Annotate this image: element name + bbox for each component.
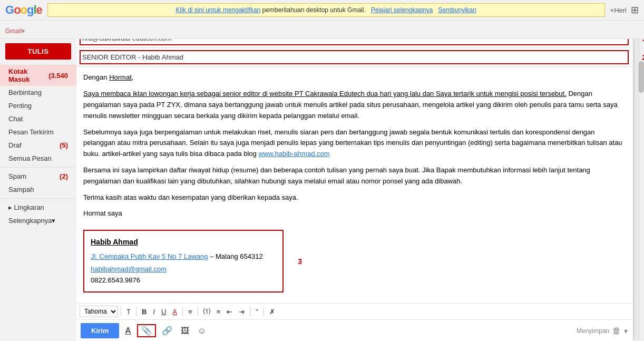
sidebar-item-trash-label: Sampah [8,186,34,193]
insert-link-button[interactable]: 🔗 [159,325,175,337]
subject-field-box [80,50,629,64]
font-size-button[interactable]: T [124,307,133,317]
signature-email: habibahmad@gmail.com [91,264,276,275]
para4: Terima kasih atas waktu dan kesempatan y… [83,192,625,203]
font-color-button[interactable]: A [170,307,180,317]
remove-format-button[interactable]: ✗ [267,307,278,317]
sidebar-item-chat-label: Chat [8,115,23,123]
sidebar-divider-2 [0,198,76,199]
email-link[interactable]: habibahmad@gmail.com [91,265,167,273]
format-text-button[interactable]: A [122,325,134,337]
compose-actions: Kirim A 📎 4 🔗 🖼 ☺ Menyimpan 🗑 ▾ [76,319,633,341]
sidebar-item-more[interactable]: Selengkapnya▾ [0,214,76,227]
indent-less-button[interactable]: ⇤ [224,307,235,317]
toolbar-sep-4 [198,307,198,316]
font-family-select[interactable]: Tahoma [80,306,118,317]
sidebar-item-starred[interactable]: Berbintang [0,86,76,99]
para1: Saya membaca iklan lowongan kerja sebaga… [83,89,625,121]
sidebar-item-sent[interactable]: Pesan Terkirim [0,125,76,139]
sidebar-item-sent-label: Pesan Terkirim [8,128,54,136]
number-label-2: 2 [642,53,644,62]
compose-email-body[interactable]: Dengan Hormat, Saya membaca iklan lowong… [76,67,633,303]
google-logo: Google [5,3,42,17]
sidebar-item-starred-label: Berbintang [8,89,42,96]
bold-button[interactable]: B [139,307,149,317]
hide-link[interactable]: Sembunyikan [438,6,476,14]
underline-button[interactable]: U [159,307,169,317]
saving-status: Menyimpan 🗑 ▾ [577,326,628,336]
align-button[interactable]: ≡ [186,307,195,317]
signature-phone: 0822.6543.9876 [91,275,276,286]
indent-more-button[interactable]: ⇥ [236,307,247,317]
gmail-header: Gmail▾ [0,21,644,39]
blog-link[interactable]: www.habib-ahmad.com [258,150,329,158]
apps-icon[interactable]: ⊞ [631,4,639,16]
sidebar-item-inbox-count: (3.540 [48,72,68,80]
notification-cta-link[interactable]: Klik di sini untuk mengaktifkan [176,6,261,14]
subject-field-row: 2 [76,48,633,67]
sidebar-item-spam-label: Spam [8,172,26,180]
signature-name: Habib Ahmad [91,236,276,248]
notification-text: pemberitahuan desktop untuk Gmail. [262,6,366,14]
learn-more-link[interactable]: Pelajari selengkapnya [371,6,433,14]
top-bar: Google Klik di sini untuk mengaktifkan p… [0,0,644,21]
send-button[interactable]: Kirim [81,323,119,338]
to-field-box [80,39,629,45]
more-options-icon[interactable]: ▾ [624,327,628,335]
blockquote-button[interactable]: " [253,307,261,317]
sidebar-item-inbox-label: Kotak Masuk [8,67,48,83]
sidebar-item-all-label: Semua Pesan [8,154,52,162]
to-input[interactable] [81,39,627,44]
main-layout: TULIS Kotak Masuk (3.540 Berbintang Pent… [0,39,644,341]
sidebar-item-all[interactable]: Semua Pesan [0,152,76,165]
saving-label: Menyimpan [577,327,609,335]
insert-photo-button[interactable]: 🖼 [178,325,192,337]
compose-toolbar: Tahoma T B I U A ≡ ⑴ ≡ ⇤ ⇥ " ✗ [76,303,633,319]
sidebar: TULIS Kotak Masuk (3.540 Berbintang Pent… [0,39,76,341]
scrollbar-thumb[interactable] [639,61,644,93]
insert-emoticon-button[interactable]: ☺ [195,325,209,337]
sidebar-item-inbox[interactable]: Kotak Masuk (3.540 [0,65,76,86]
address-link[interactable]: Jl. Cempaka Putih Kav 5 No 7 Lawang [91,252,208,260]
sidebar-item-important[interactable]: Penting [0,99,76,112]
compose-window: Pesan Baru − ↗ ✕ 1 2 [76,39,633,341]
bullet-list-button[interactable]: ≡ [214,307,223,317]
number-label-3: 3 [298,255,302,267]
numbered-list-button[interactable]: ⑴ [201,306,213,317]
number-label-1: 1 [642,39,644,43]
italic-button[interactable]: I [150,307,158,317]
para2: Sebelumnya saya juga berpengalaman untuk… [83,127,625,160]
signature-box: Habib Ahmad Jl. Cempaka Putih Kav 5 No 7… [83,230,284,293]
subject-input[interactable] [81,52,627,63]
toolbar-sep-1 [121,307,121,316]
compose-button[interactable]: TULIS [5,43,71,60]
signature-address: Jl. Cempaka Putih Kav 5 No 7 Lawang – Ma… [91,251,276,262]
to-field-row: 1 [76,39,633,48]
sidebar-item-drafts[interactable]: Draf (5) [0,139,76,152]
delete-icon[interactable]: 🗑 [612,326,621,336]
greeting: Dengan Hormat, [83,72,625,83]
sidebar-item-trash[interactable]: Sampah [0,183,76,196]
content-area: Pesan Baru − ↗ ✕ 1 2 [76,39,644,341]
sidebar-item-chat[interactable]: Chat [0,112,76,125]
gmail-label: Gmail▾ [5,23,25,36]
sidebar-item-drafts-count: (5) [60,141,68,149]
top-right-controls: +Heri ⊞ [610,4,639,16]
toolbar-sep-5 [250,307,250,316]
sidebar-item-spam[interactable]: Spam (2) [0,170,76,183]
attach-button[interactable]: 📎 [137,324,156,337]
sidebar-item-spam-count: (2) [60,172,68,180]
toolbar-sep-3 [182,307,183,316]
attach-button-container: 📎 4 [137,324,156,337]
sidebar-item-circles[interactable]: ▸ Lingkaran [0,201,76,214]
notification-bar: Klik di sini untuk mengaktifkan pemberit… [47,3,605,17]
sidebar-item-more-label: Selengkapnya▾ [8,217,55,225]
sidebar-item-circles-label: ▸ Lingkaran [8,203,44,211]
scrollbar-track [638,39,644,341]
signature-container: Habib Ahmad Jl. Cempaka Putih Kav 5 No 7… [83,225,284,298]
user-name: +Heri [610,6,627,14]
sidebar-divider [0,167,76,168]
sidebar-item-important-label: Penting [8,102,32,110]
toolbar-sep-2 [136,307,136,316]
para3: Bersama ini saya lampirkan daftar riwaya… [83,165,625,187]
